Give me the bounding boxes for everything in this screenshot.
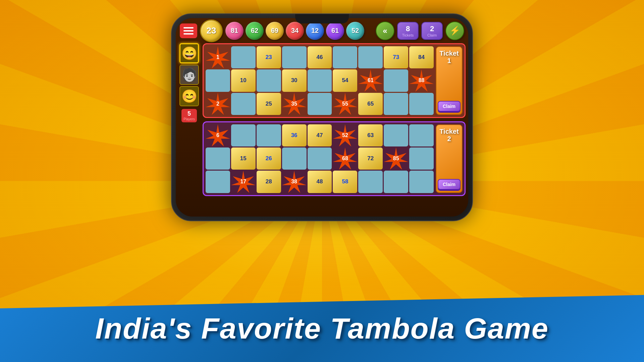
players-count-button[interactable]: 5 Players: [181, 109, 197, 122]
t2-r3-c8: [384, 171, 408, 193]
claim-count-button[interactable]: 2 Claim: [421, 22, 443, 40]
t1-r3-c7: 65: [358, 93, 383, 115]
t2-r1-c7: 63: [358, 124, 383, 146]
t2-r1-c5: 47: [308, 124, 332, 146]
t2-r3-c3: 28: [257, 171, 281, 193]
menu-button[interactable]: [180, 23, 197, 38]
t1-r3-c1: 2: [206, 93, 230, 115]
ball-62: 62: [246, 22, 264, 40]
t2-r1-c6: 52: [333, 124, 357, 146]
ball-34: 34: [286, 22, 304, 40]
t2-r2-c9: [409, 147, 434, 170]
claim-count: 2: [430, 24, 434, 33]
t2-r1-c9: [409, 124, 434, 146]
t2-r3-c5: 48: [308, 171, 332, 193]
t2-r2-c2: 15: [231, 147, 256, 170]
claim-label: Claim: [427, 33, 437, 37]
t2-r1-c2: [231, 124, 256, 146]
t2-r3-c7: [358, 171, 383, 193]
ball-69: 69: [266, 22, 284, 40]
t2-r1-c1: 6: [206, 124, 230, 146]
t1-r3-c3: 25: [257, 93, 281, 115]
menu-line-3: [183, 33, 194, 35]
t2-r3-c6: 58: [333, 171, 357, 193]
lightning-button[interactable]: ⚡: [445, 21, 464, 40]
t2-r2-c7: 72: [358, 147, 383, 170]
banner-text: India's Favorite Tambola Game: [95, 311, 549, 346]
phone-screen: 23 81 62 69 34 12 61 52 «: [176, 18, 468, 217]
phone-frame: 23 81 62 69 34 12 61 52 «: [171, 13, 473, 221]
t2-r3-c4: 38: [282, 171, 307, 193]
t1-r3-c8: [384, 93, 408, 115]
menu-line-2: [183, 30, 194, 32]
ball-12: 12: [306, 22, 324, 40]
t1-r1-c9: 84: [409, 46, 434, 68]
t1-r1-c2: [231, 46, 256, 68]
ticket-1-panel: Ticket1 Claim: [436, 46, 463, 115]
t2-r3-c9: [409, 171, 434, 193]
t1-r3-c4: 35: [282, 93, 307, 115]
player-avatar-1: 😄: [179, 43, 199, 63]
called-numbers: 81 62 69 34 12 61 52: [225, 22, 373, 40]
game-ui: 23 81 62 69 34 12 61 52 «: [176, 18, 468, 217]
t1-r2-c7: 61: [358, 69, 383, 92]
t1-r3-c5: [308, 93, 332, 115]
ticket-2-label: Ticket2: [439, 128, 459, 142]
t2-r3-c2: 17: [231, 171, 256, 193]
t1-r2-c3: [257, 69, 281, 92]
t2-r2-c6: 68: [333, 147, 357, 170]
ticket-1-claim-button[interactable]: Claim: [438, 101, 461, 112]
t2-r2-c1: [206, 147, 230, 170]
ticket-2-container: 6 36 47 52 63: [203, 121, 466, 196]
t1-r1-c6: [333, 46, 357, 68]
t1-r2-c9: 88: [409, 69, 434, 92]
ball-61: 61: [326, 22, 344, 40]
t1-r1-c1: 1: [206, 46, 230, 68]
t1-r2-c4: 30: [282, 69, 307, 92]
ticket-1-label: Ticket1: [439, 50, 459, 64]
t1-r2-c2: 10: [231, 69, 256, 92]
t1-r1-c5: 46: [308, 46, 332, 68]
menu-line-1: [183, 27, 194, 28]
players-count-label: Players: [183, 117, 195, 121]
phone-notch: [295, 14, 349, 23]
ticket-2-panel: Ticket2 Claim: [436, 124, 463, 193]
tickets-button[interactable]: 8 Tickets: [397, 22, 419, 40]
t1-r1-c7: [358, 46, 383, 68]
t1-r3-c6: 55: [333, 93, 357, 115]
tickets-label: Tickets: [402, 33, 414, 37]
t1-r2-c1: [206, 69, 230, 92]
main-content: 😄 🧑 😊 5 Players: [176, 43, 468, 217]
back-button[interactable]: «: [376, 21, 394, 40]
players-count-number: 5: [183, 110, 195, 117]
t2-r1-c3: [257, 124, 281, 146]
ball-52: 52: [346, 22, 364, 40]
players-sidebar: 😄 🧑 😊 5 Players: [178, 43, 200, 214]
t1-r2-c5: [308, 69, 332, 92]
ticket-2-claim-button[interactable]: Claim: [438, 179, 461, 190]
ticket-2-grid: 6 36 47 52 63: [206, 124, 434, 193]
current-number-ball: 23: [200, 19, 223, 42]
t2-r2-c5: [308, 147, 332, 170]
player-avatar-2: 🧑: [179, 65, 199, 85]
t2-r1-c4: 36: [282, 124, 307, 146]
t2-r3-c1: [206, 171, 230, 193]
t1-r1-c4: [282, 46, 307, 68]
t1-r1-c3: 23: [257, 46, 281, 68]
t2-r2-c8: 85: [384, 147, 408, 170]
t2-r2-c3: 26: [257, 147, 281, 170]
lightning-icon: ⚡: [449, 25, 460, 36]
t1-r2-c6: 54: [333, 69, 357, 92]
t1-r3-c9: [409, 93, 434, 115]
player-avatar-3: 😊: [179, 86, 199, 106]
t2-r1-c8: [384, 124, 408, 146]
tickets-area: 1 23 46 73 84 10: [203, 43, 466, 214]
tickets-count: 8: [406, 24, 410, 33]
t1-r2-c8: [384, 69, 408, 92]
ball-81: 81: [225, 22, 244, 40]
t2-r2-c4: [282, 147, 307, 170]
t1-r1-c8: 73: [384, 46, 408, 68]
t1-r3-c2: [231, 93, 256, 115]
ticket-1-grid: 1 23 46 73 84 10: [206, 46, 434, 115]
ticket-1-container: 1 23 46 73 84 10: [203, 43, 466, 118]
